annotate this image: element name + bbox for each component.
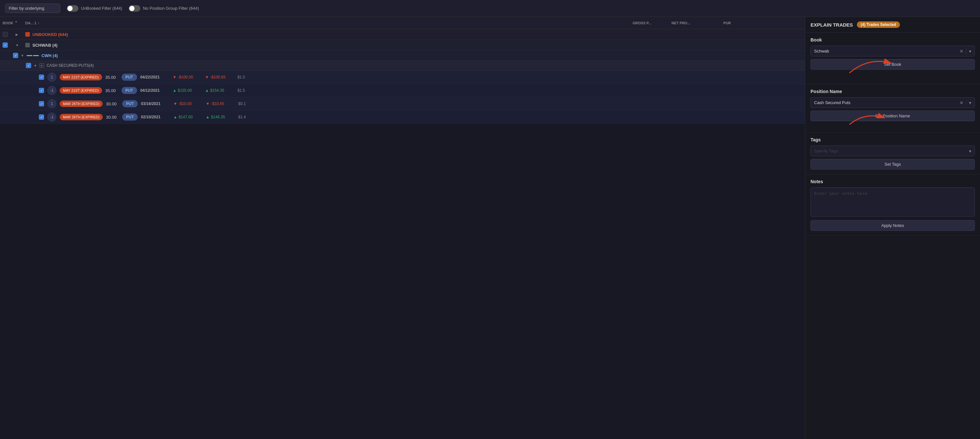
set-book-button[interactable]: Set Book	[810, 59, 975, 70]
trade-3-date: 02/10/2021	[141, 115, 170, 119]
table-row: 1 MAR 26TH (EXPIRED) 30.00 PUT 03/16/202…	[0, 97, 805, 110]
col-date[interactable]: DA... 1 ↑	[23, 19, 630, 26]
col-book-label: BOOK	[3, 21, 13, 25]
trade-0-gross: ▼-$100.00	[173, 75, 202, 80]
explain-trades-title: EXPLAIN TRADES	[810, 22, 853, 27]
trade-2-strike: 30.00	[106, 102, 119, 106]
unbooked-filter-toggle[interactable]	[67, 5, 78, 12]
notes-section-label: Notes	[810, 179, 975, 184]
position-group-filter-toggle[interactable]	[129, 5, 140, 12]
col-pur[interactable]: PUR	[721, 19, 773, 26]
book-dropdown-button[interactable]: ▾	[967, 47, 973, 55]
unbooked-checkbox-cell[interactable]	[0, 31, 13, 38]
cash-secured-puts-expand-icon[interactable]: ▼	[34, 64, 37, 67]
tags-dropdown-button[interactable]: ▾	[967, 147, 973, 155]
position-group-filter-toggle-group: No Position Group Filter (644)	[129, 5, 199, 12]
position-name-dropdown-button[interactable]: ▾	[967, 99, 973, 107]
cwh-group-row[interactable]: ▼ CWH (4)	[0, 51, 805, 61]
book-input[interactable]	[811, 46, 958, 56]
trade-0-type: PUT	[121, 73, 137, 81]
table-row: 1 MAY 21ST (EXPIRED) 35.00 PUT 04/22/202…	[0, 71, 805, 84]
book-arrow-annotation	[810, 70, 975, 80]
tags-input-row: ▾	[810, 145, 975, 156]
trade-1-checkbox[interactable]	[39, 88, 44, 93]
trade-1-pur: $1.5	[237, 88, 245, 93]
trade-1-gross: ▲$155.00	[173, 88, 202, 93]
trade-3-checkbox[interactable]	[39, 115, 44, 120]
arrow-up-icon-3: ▲	[173, 115, 177, 119]
unbooked-filter-toggle-group: UnBooked Filter (644)	[67, 5, 122, 12]
trade-2-date: 03/16/2021	[141, 102, 170, 106]
unbooked-expand-cell[interactable]: ▶	[13, 32, 23, 37]
trade-2-type: PUT	[122, 100, 138, 107]
unbooked-checkbox[interactable]	[3, 32, 8, 37]
trade-1-strike: 35.00	[105, 88, 118, 93]
position-name-input[interactable]	[811, 97, 958, 108]
table-panel: BOOK ⌃ DA... 1 ↑ GROSS P... NET PRO... P…	[0, 17, 805, 439]
apply-notes-button[interactable]: Apply Notes	[810, 220, 975, 231]
arrow-down-icon: ▼	[173, 75, 177, 80]
col-net[interactable]: NET PRO...	[669, 19, 721, 26]
trade-2-checkbox[interactable]	[39, 101, 44, 106]
schwab-expand-icon[interactable]: ▼	[16, 43, 19, 47]
trade-1-qty: -1	[47, 86, 56, 95]
schwab-expand-cell[interactable]: ▼	[13, 43, 23, 48]
book-clear-button[interactable]: ✕	[958, 47, 966, 55]
set-tags-button[interactable]: Set Tags	[810, 159, 975, 169]
unbooked-filter-label: UnBooked Filter (644)	[81, 6, 122, 11]
cwh-expand-icon[interactable]: ▼	[21, 54, 24, 57]
schwab-book-icon	[25, 43, 30, 47]
trade-1-date: 04/12/2021	[140, 88, 170, 93]
tags-input[interactable]	[811, 146, 967, 156]
unbooked-expand-icon[interactable]: ▶	[16, 33, 18, 36]
schwab-checkbox-cell[interactable]	[0, 42, 13, 48]
trade-0-checkbox[interactable]	[39, 75, 44, 80]
cwh-checkbox[interactable]	[13, 53, 18, 58]
schwab-label-cell: SCHWAB (4)	[23, 42, 805, 48]
unbooked-group-row[interactable]: ▶ UNBOOKED (644)	[0, 29, 805, 40]
table-header: BOOK ⌃ DA... 1 ↑ GROSS P... NET PRO... P…	[0, 17, 805, 29]
book-input-wrapper: ✕ | ▾	[810, 46, 975, 56]
position-name-section: Position Name ✕ | ▾ Set Position Name	[805, 84, 980, 132]
trade-0-pur: $1.0	[237, 75, 245, 80]
arrow-up-icon: ▲	[173, 88, 177, 93]
filter-by-underlying[interactable]: Filter by underlying	[5, 3, 60, 13]
sort-icon: ⌃	[14, 21, 18, 25]
trade-3-pur: $1.4	[238, 115, 246, 119]
trade-2-expiry: MAR 26TH (EXPIRED)	[60, 101, 103, 107]
cwh-icon	[27, 55, 39, 56]
trade-0-date: 04/22/2021	[140, 75, 170, 80]
arrow-up-icon-2: ▲	[205, 88, 209, 93]
trade-3-net: ▲$146.35	[206, 115, 235, 119]
notes-textarea[interactable]	[810, 187, 975, 217]
position-group-icon: ⊞	[40, 63, 44, 68]
col-book[interactable]: BOOK ⌃	[0, 19, 23, 26]
table-row: -1 MAR 26TH (EXPIRED) 30.00 PUT 02/10/20…	[0, 110, 805, 124]
trades-selected-badge: (4) Trades Selected	[857, 21, 900, 28]
unbooked-book-icon	[25, 32, 30, 37]
arrow-down-icon-2: ▼	[205, 75, 209, 80]
trade-2-net: ▼-$10.65	[206, 102, 235, 106]
trade-1-net: ▲$154.35	[205, 88, 234, 93]
col-date-label: DA... 1	[25, 21, 36, 25]
position-name-input-row: ✕ | ▾	[810, 97, 975, 108]
position-name-clear-button[interactable]: ✕	[958, 99, 966, 107]
trade-2-gross: ▼-$10.00	[173, 102, 202, 106]
cash-secured-puts-label: CASH SECURED PUTS(4)	[47, 63, 94, 68]
col-gross[interactable]: GROSS P...	[630, 19, 669, 26]
trade-1-type: PUT	[121, 87, 137, 94]
tags-section: Tags ▾ Set Tags	[805, 132, 980, 174]
trade-3-gross: ▲$147.00	[173, 115, 202, 119]
trade-2-pur: $0.1	[238, 102, 246, 106]
cash-secured-puts-row[interactable]: ▼ ⊞ CASH SECURED PUTS(4)	[0, 61, 805, 71]
schwab-group-row[interactable]: ▼ SCHWAB (4)	[0, 40, 805, 51]
col-gross-label: GROSS P...	[633, 21, 651, 25]
trade-3-qty: -1	[47, 112, 56, 121]
tags-section-label: Tags	[810, 137, 975, 142]
arrow-down-icon-3: ▼	[173, 102, 177, 106]
cash-secured-puts-checkbox[interactable]	[26, 63, 31, 68]
trade-2-qty: 1	[47, 99, 56, 108]
position-group-filter-label: No Position Group Filter (644)	[143, 6, 199, 11]
schwab-checkbox[interactable]	[3, 43, 8, 48]
set-position-name-button[interactable]: Set Position Name	[810, 110, 975, 121]
